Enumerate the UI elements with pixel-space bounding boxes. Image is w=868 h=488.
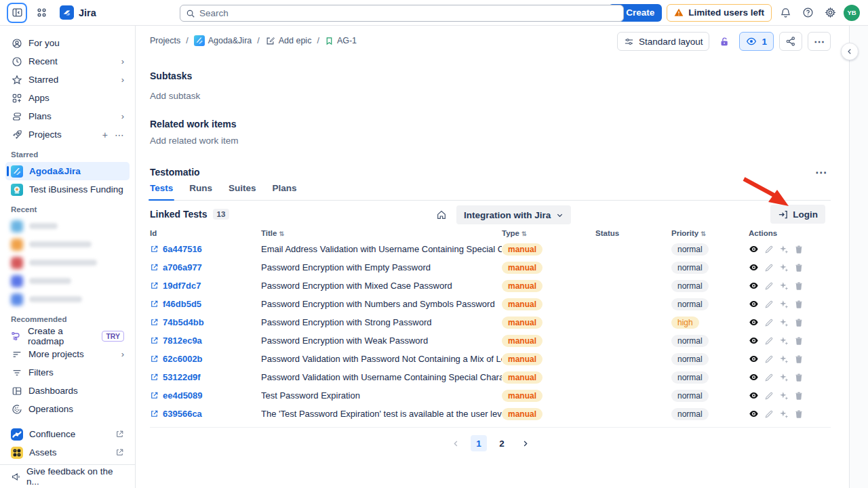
ai-generate-button[interactable]: [779, 281, 789, 291]
test-title[interactable]: Password Validation with Username Contai…: [261, 372, 502, 382]
col-type[interactable]: Type⇅: [502, 229, 595, 237]
recent-item-blurred[interactable]: [5, 217, 130, 235]
view-test-button[interactable]: [749, 409, 759, 419]
view-test-button[interactable]: [749, 354, 759, 364]
ai-generate-button[interactable]: [779, 336, 789, 346]
login-button[interactable]: Login: [770, 205, 825, 224]
recent-item-blurred[interactable]: [5, 290, 130, 308]
delete-test-button[interactable]: [794, 354, 804, 364]
sidebar-toggle-button[interactable]: [8, 4, 26, 22]
col-id[interactable]: Id: [150, 229, 261, 237]
view-test-button[interactable]: [749, 336, 759, 346]
test-id-link[interactable]: 639566ca: [150, 409, 261, 419]
edit-test-button[interactable]: [764, 391, 774, 401]
test-id-link[interactable]: 62c6002b: [150, 354, 261, 364]
test-title[interactable]: Email Address Validation with Username C…: [261, 244, 502, 254]
help-button[interactable]: [799, 4, 816, 22]
test-id-link[interactable]: 53122d9f: [150, 372, 261, 382]
sidebar-project-test-ibusiness[interactable]: Test iBusiness Funding: [5, 180, 130, 199]
test-id-link[interactable]: f46db5d5: [150, 299, 261, 309]
test-id-link[interactable]: a706a977: [150, 262, 261, 272]
ai-generate-button[interactable]: [779, 245, 789, 254]
delete-test-button[interactable]: [794, 391, 804, 401]
settings-button[interactable]: [821, 4, 839, 22]
delete-test-button[interactable]: [794, 318, 804, 327]
give-feedback-button[interactable]: Give feedback on the n...: [0, 464, 135, 488]
col-status[interactable]: Status: [595, 229, 671, 237]
search-input[interactable]: [199, 8, 618, 18]
tab-runs[interactable]: Runs: [189, 183, 212, 200]
sidebar-item-assets[interactable]: Assets: [5, 443, 130, 462]
delete-test-button[interactable]: [794, 263, 804, 272]
delete-test-button[interactable]: [794, 409, 804, 419]
test-title[interactable]: Password Validation with Password Not Co…: [261, 354, 502, 364]
delete-test-button[interactable]: [794, 300, 804, 309]
test-id-link[interactable]: 7812ec9a: [150, 336, 261, 346]
add-project-icon[interactable]: +: [102, 129, 108, 140]
test-title[interactable]: Password Encryption with Strong Password: [261, 317, 502, 327]
app-switcher-button[interactable]: [33, 4, 50, 22]
tab-plans[interactable]: Plans: [273, 183, 297, 200]
delete-test-button[interactable]: [794, 281, 804, 291]
prev-page-button[interactable]: [448, 435, 464, 451]
view-test-button[interactable]: [749, 299, 759, 309]
test-id-link[interactable]: 6a447516: [150, 244, 261, 254]
test-id-link[interactable]: 74b5d4bb: [150, 317, 261, 327]
expand-panel-button[interactable]: [841, 43, 859, 60]
sidebar-item-create-roadmap[interactable]: Create a roadmap TRY: [5, 327, 130, 345]
edit-test-button[interactable]: [764, 281, 774, 291]
col-title[interactable]: Title⇅: [261, 229, 502, 237]
breadcrumb-project[interactable]: Agoda&Jira: [194, 35, 252, 46]
sidebar-item-confluence[interactable]: Confluence: [5, 425, 130, 443]
test-id-link[interactable]: ee4d5089: [150, 390, 261, 401]
recent-item-blurred[interactable]: [5, 253, 130, 272]
test-title[interactable]: Password Encryption with Mixed Case Pass…: [261, 281, 502, 291]
view-test-button[interactable]: [749, 390, 759, 401]
delete-test-button[interactable]: [794, 373, 804, 382]
col-priority[interactable]: Priority⇅: [671, 229, 749, 237]
add-subtask-button[interactable]: Add subtask: [150, 91, 200, 101]
sidebar-item-starred[interactable]: Starred ›: [5, 70, 130, 89]
delete-test-button[interactable]: [794, 336, 804, 346]
projects-more-icon[interactable]: ⋯: [115, 129, 124, 140]
ai-generate-button[interactable]: [779, 391, 789, 401]
ai-generate-button[interactable]: [779, 354, 789, 364]
edit-test-button[interactable]: [764, 245, 774, 254]
home-button[interactable]: [436, 209, 447, 220]
view-test-button[interactable]: [749, 244, 759, 254]
edit-test-button[interactable]: [764, 300, 774, 309]
testomatio-more-button[interactable]: ⋯: [815, 165, 827, 180]
sidebar-item-recent[interactable]: Recent ›: [5, 52, 130, 70]
unlock-button[interactable]: [715, 32, 734, 51]
edit-test-button[interactable]: [764, 336, 774, 346]
delete-test-button[interactable]: [794, 245, 804, 254]
edit-test-button[interactable]: [764, 354, 774, 364]
next-page-button[interactable]: [517, 435, 533, 451]
search-bar[interactable]: [180, 5, 624, 22]
view-test-button[interactable]: [749, 262, 759, 272]
tab-suites[interactable]: Suites: [229, 183, 256, 200]
sidebar-project-agoda-jira[interactable]: Agoda&Jira: [5, 162, 130, 180]
limited-users-button[interactable]: Limited users left: [667, 4, 772, 22]
sidebar-item-plans[interactable]: Plans ›: [5, 107, 130, 125]
notifications-button[interactable]: [776, 4, 794, 22]
test-title[interactable]: Password Encryption with Weak Password: [261, 336, 502, 346]
sidebar-item-for-you[interactable]: For you: [5, 34, 130, 52]
sidebar-item-filters[interactable]: Filters: [5, 363, 130, 382]
edit-test-button[interactable]: [764, 373, 774, 382]
sidebar-item-operations[interactable]: Operations: [5, 400, 130, 418]
ai-generate-button[interactable]: [779, 263, 789, 272]
ai-generate-button[interactable]: [779, 318, 789, 327]
suite-select-dropdown[interactable]: Integration with Jira: [456, 205, 571, 224]
sidebar-item-dashboards[interactable]: Dashboards: [5, 382, 130, 400]
test-title[interactable]: Test Password Expiration: [261, 390, 502, 401]
edit-test-button[interactable]: [764, 409, 774, 419]
test-title[interactable]: Password Encryption with Empty Password: [261, 262, 502, 272]
edit-test-button[interactable]: [764, 318, 774, 327]
test-title[interactable]: Password Encryption with Numbers and Sym…: [261, 299, 502, 309]
page-1-button[interactable]: 1: [471, 435, 487, 451]
breadcrumb-projects[interactable]: Projects: [150, 36, 180, 45]
sidebar-item-more-projects[interactable]: More projects ›: [5, 345, 130, 363]
test-title[interactable]: The 'Test Password Expiration' test is a…: [261, 409, 502, 419]
breadcrumb-issue[interactable]: AG-1: [325, 36, 357, 46]
